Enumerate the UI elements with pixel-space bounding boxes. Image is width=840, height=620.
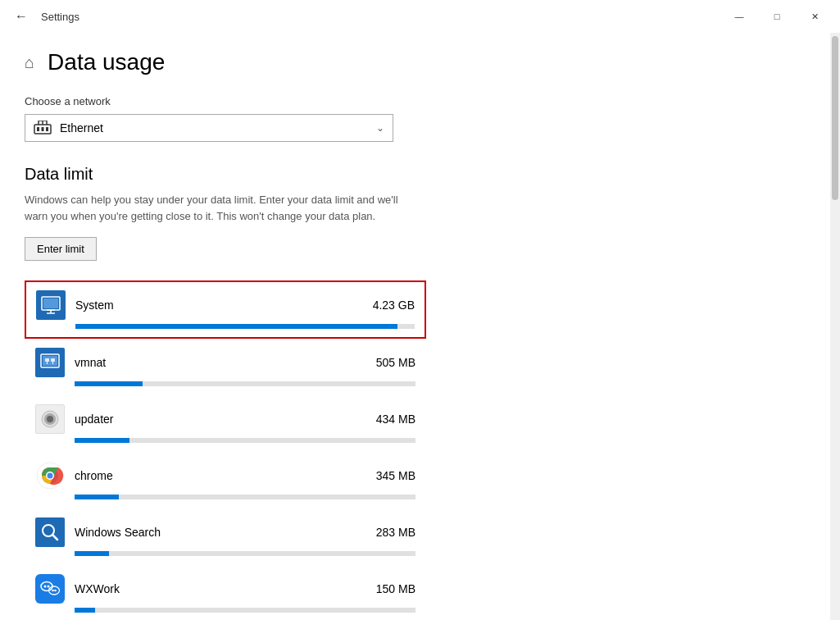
main-content: ⌂ Data usage Choose a network Ethernet ⌄…: [0, 33, 830, 620]
titlebar: ← Settings — □ ✕: [0, 0, 840, 33]
app-item-row: Windows Search 283 MB: [35, 517, 415, 547]
scrollbar-thumb[interactable]: [832, 36, 838, 200]
progress-bar-fill: [75, 495, 119, 499]
network-selected-label: Ethernet: [60, 121, 103, 134]
minimize-button[interactable]: —: [720, 3, 758, 30]
back-button[interactable]: ←: [10, 6, 33, 27]
progress-bar-fill: [75, 381, 143, 386]
app-item-row: vmnat 505 MB: [35, 348, 415, 377]
network-dropdown[interactable]: Ethernet ⌄: [25, 114, 393, 142]
page-title: Data usage: [48, 49, 165, 75]
progress-bar-fill: [75, 438, 129, 443]
svg-point-28: [41, 582, 52, 591]
app-item-left: Windows Search: [35, 517, 161, 547]
system-app-icon: [36, 290, 66, 320]
progress-bar-container: [75, 551, 415, 556]
app-item: vmnat 505 MB: [25, 339, 426, 395]
app-size: 345 MB: [376, 469, 415, 482]
network-section-label: Choose a network: [25, 95, 806, 107]
app-item: updater 434 MB: [25, 395, 426, 452]
app-item: Windows Search 283 MB: [25, 508, 426, 565]
app-size: 505 MB: [376, 356, 415, 369]
app-item-row: updater 434 MB: [35, 404, 415, 434]
app-name: chrome: [75, 469, 113, 482]
app-item-row: chrome 345 MB: [35, 461, 415, 490]
app-item: chrome 345 MB: [25, 452, 426, 508]
svg-point-25: [48, 473, 53, 479]
updater-app-icon: [35, 404, 65, 434]
svg-rect-9: [43, 299, 58, 308]
wxwork-app-icon: [35, 574, 65, 604]
chevron-down-icon: ⌄: [376, 122, 384, 134]
titlebar-left: ← Settings: [10, 6, 79, 27]
app-name: vmnat: [75, 356, 106, 369]
svg-point-32: [52, 590, 54, 592]
progress-bar-container: [75, 324, 415, 329]
progress-bar-fill: [75, 608, 95, 613]
app-size: 4.23 GB: [373, 299, 415, 312]
app-item-left: updater: [35, 404, 113, 434]
app-item-row: WXWork 150 MB: [35, 574, 415, 604]
app-item-left: WXWork: [35, 574, 120, 604]
app-size: 150 MB: [376, 582, 415, 595]
app-item-row: System 4.23 GB: [36, 290, 415, 320]
app-list: System 4.23 GB vmnat 505 MB: [25, 280, 426, 620]
titlebar-title: Settings: [41, 11, 79, 23]
svg-point-30: [48, 586, 50, 588]
close-button[interactable]: ✕: [796, 3, 833, 30]
app-name: System: [75, 299, 114, 312]
app-item-left: vmnat: [35, 348, 106, 377]
app-item-left: chrome: [35, 461, 113, 490]
svg-point-33: [54, 590, 57, 592]
app-item: WXWork 150 MB: [25, 565, 426, 620]
svg-point-21: [47, 416, 53, 422]
ethernet-icon: [34, 121, 52, 135]
svg-point-29: [44, 586, 47, 588]
progress-bar-container: [75, 608, 415, 613]
data-limit-title: Data limit: [25, 165, 806, 184]
vmnat-app-icon: [35, 348, 65, 377]
page-header: ⌂ Data usage: [25, 49, 806, 75]
svg-rect-2: [42, 127, 44, 131]
progress-bar-container: [75, 438, 415, 443]
svg-rect-1: [37, 127, 39, 131]
progress-bar-container: [75, 495, 415, 499]
network-dropdown-left: Ethernet: [34, 121, 103, 135]
app-name: updater: [75, 413, 113, 426]
data-limit-description: Windows can help you stay under your dat…: [25, 192, 402, 224]
progress-bar-container: [75, 381, 415, 386]
maximize-button[interactable]: □: [758, 3, 796, 30]
progress-bar-fill: [75, 551, 109, 556]
svg-rect-3: [46, 127, 48, 131]
titlebar-controls: — □ ✕: [720, 3, 833, 30]
scrollbar[interactable]: [830, 33, 840, 620]
home-icon: ⌂: [25, 53, 34, 72]
svg-line-27: [52, 535, 57, 540]
svg-rect-16: [51, 358, 55, 362]
svg-rect-14: [43, 356, 57, 366]
app-name: WXWork: [75, 582, 120, 595]
app-size: 283 MB: [376, 526, 415, 539]
svg-rect-15: [45, 358, 49, 362]
app-item-left: System: [36, 290, 114, 320]
app-item: System 4.23 GB: [25, 280, 426, 339]
progress-bar-fill: [75, 324, 397, 329]
app-size: 434 MB: [376, 413, 415, 426]
winsearch-app-icon: [35, 517, 65, 547]
enter-limit-button[interactable]: Enter limit: [25, 237, 97, 261]
chrome-app-icon: [35, 461, 65, 490]
app-name: Windows Search: [75, 526, 161, 539]
